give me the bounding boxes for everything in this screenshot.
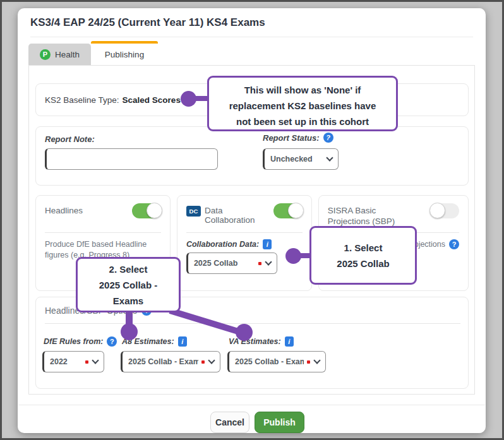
required-marker-icon	[307, 360, 310, 364]
help-icon[interactable]: ?	[323, 133, 333, 143]
callout-step1: 1. Select 2025 Collab	[309, 226, 417, 285]
sbp-toggle[interactable]	[430, 203, 459, 218]
report-status-label: Report Status: ?	[263, 133, 333, 143]
card-divider	[45, 232, 161, 233]
ks2-baseline-value: Scaled Scores	[123, 95, 181, 105]
callout-line: replacement KS2 baselines have	[209, 98, 396, 114]
health-progress-icon: P	[40, 49, 51, 60]
data-collaboration-card: DC Data Collaboration Collaboration Data…	[177, 195, 312, 291]
tab-health[interactable]: P Health	[28, 44, 91, 65]
va-estimates-select[interactable]: 2025 Collab - Exams	[227, 351, 326, 372]
report-note-input[interactable]	[45, 148, 218, 170]
dfe-rules-label: DfE Rules from:	[44, 337, 103, 346]
a8-estimates-group: A8 Estimates: i 2025 Collab - Exams	[121, 336, 220, 372]
collaboration-data-select[interactable]: 2025 Collab	[186, 253, 277, 274]
report-section: Report Note: Report Status: ? Unchecked	[35, 126, 469, 186]
toggle-knob	[429, 203, 445, 218]
chevron-down-icon	[326, 154, 333, 161]
headlines-card-title: Headlines	[45, 206, 83, 217]
a8-estimates-value: 2025 Collab - Exams	[128, 357, 198, 366]
callout-line: 2025 Collab -	[78, 277, 179, 293]
info-icon[interactable]: i	[178, 336, 187, 347]
connector-dot	[285, 248, 301, 264]
info-icon[interactable]: i	[263, 239, 272, 249]
connector-dot	[121, 323, 138, 340]
collaboration-toggle[interactable]	[273, 203, 303, 218]
footer-divider	[18, 405, 485, 405]
sbp-card-title: SISRA Basic Projections (SBP)	[328, 206, 407, 227]
report-status-label-text: Report Status:	[263, 133, 320, 143]
cancel-button[interactable]: Cancel	[210, 412, 249, 433]
dfe-rules-select[interactable]: 2022	[42, 351, 104, 372]
dc-badge-icon: DC	[186, 206, 201, 217]
required-marker-icon	[201, 360, 205, 364]
collaboration-data-label: Collaboration Data:	[186, 240, 259, 249]
callout-line: 2025 Collab	[311, 256, 415, 271]
dfe-rules-value: 2022	[50, 357, 82, 366]
a8-estimates-select[interactable]: 2025 Collab - Exams	[121, 351, 220, 372]
headlines-toggle[interactable]	[132, 203, 161, 218]
info-icon[interactable]: i	[285, 336, 294, 347]
card-divider	[186, 232, 303, 233]
ks2-baseline-label: KS2 Baseline Type:	[45, 95, 119, 105]
help-icon[interactable]: ?	[107, 336, 117, 347]
help-icon[interactable]: ?	[449, 239, 459, 249]
modal-title: KS3/4 EAP 24/25 (Current Year 11) KS4 Ex…	[30, 16, 265, 29]
tab-publishing-label: Publishing	[105, 50, 144, 59]
chevron-down-icon	[265, 258, 272, 265]
required-marker-icon	[85, 360, 88, 364]
toggle-knob	[288, 203, 304, 218]
callout-step2: 2. Select 2025 Collab - Exams	[76, 257, 181, 312]
eap-publish-modal: KS3/4 EAP 24/25 (Current Year 11) KS4 Ex…	[18, 8, 486, 433]
callout-line: not been set up in this cohort	[209, 114, 396, 129]
publish-button[interactable]: Publish	[255, 412, 304, 433]
callout-ks2-note: This will show as 'None' if replacement …	[207, 76, 398, 131]
report-note-label: Report Note:	[45, 134, 95, 144]
callout-line: This will show as 'None' if	[209, 82, 396, 98]
chevron-down-icon	[208, 357, 215, 364]
callout-line: Exams	[78, 293, 179, 309]
callout-line: 2. Select	[78, 261, 179, 277]
tab-publishing[interactable]: Publishing	[91, 41, 158, 65]
va-estimates-label: VA Estimates:	[229, 337, 281, 346]
connector-dot	[236, 324, 253, 341]
toggle-knob	[147, 203, 162, 218]
collaboration-card-title: Data Collaboration	[205, 206, 273, 225]
callout-line: 1. Select	[311, 240, 415, 256]
title-divider	[30, 37, 473, 37]
dfe-rules-group: DfE Rules from: ? 2022	[42, 336, 117, 372]
va-estimates-value: 2025 Collab - Exams	[235, 357, 304, 366]
report-status-value: Unchecked	[270, 155, 323, 164]
report-status-select[interactable]: Unchecked	[263, 148, 339, 170]
connector-dot	[181, 91, 196, 107]
va-estimates-group: VA Estimates: i 2025 Collab - Exams	[227, 336, 326, 372]
tab-health-label: Health	[55, 50, 80, 59]
chevron-down-icon	[313, 357, 320, 364]
chevron-down-icon	[92, 357, 99, 364]
screenshot-frame: KS3/4 EAP 24/25 (Current Year 11) KS4 Ex…	[0, 0, 504, 440]
required-marker-icon	[258, 262, 261, 265]
collaboration-data-value: 2025 Collab	[194, 259, 255, 268]
options-divider	[45, 323, 460, 324]
